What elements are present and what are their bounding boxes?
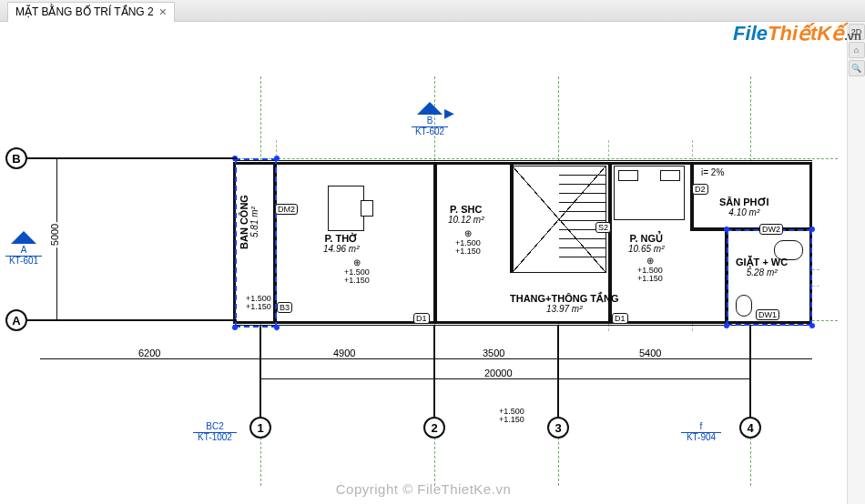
sel-handle[interactable]: [724, 323, 729, 328]
stair: [559, 166, 606, 273]
bed: [614, 166, 685, 220]
sel-handle[interactable]: [809, 323, 815, 328]
level-ext: +1.500 +1.150: [499, 408, 524, 425]
floor-plan: BAN CÔNG 5.81 m² P. THỜ 14.96 m² P. SHC …: [0, 22, 847, 504]
sel-handle[interactable]: [724, 227, 729, 232]
altar-cabinet: [328, 186, 364, 231]
logo-suffix: .vn: [844, 29, 861, 43]
zoom-button[interactable]: 🔍: [849, 60, 865, 76]
label-shc: P. SHC 10.12 m²: [448, 204, 483, 225]
label-ngu: P. NGỦ 10.65 m²: [628, 233, 664, 254]
watermark: Copyright © FileThietKe.vn: [336, 481, 511, 497]
label-bancong: BAN CÔNG 5.81 m²: [239, 195, 260, 249]
tag-dm2: DM2: [275, 204, 298, 215]
tag-b3: B3: [277, 302, 292, 313]
callout-f: f KT-904: [681, 422, 717, 459]
label-tho: P. THỜ 14.96 m²: [323, 233, 359, 254]
logo-part1: File: [733, 22, 768, 45]
grid-bubble-3: 3: [547, 417, 569, 438]
level-ngu: ⊕ +1.500 +1.150: [637, 257, 663, 283]
label-wc: GIẶT + WC 5.28 m²: [736, 257, 788, 277]
label-sanphoi: SÂN PHƠI 4.10 m²: [719, 197, 769, 217]
grid-bubble-A: A: [5, 309, 27, 331]
dim-5400: 5400: [637, 348, 663, 358]
drawing-tab[interactable]: MẶT BẰNG BỐ TRÍ TẦNG 2 ×: [7, 2, 175, 22]
wall-tho-shc: [433, 164, 437, 322]
dim-20000: 20000: [483, 368, 514, 378]
grid-stem-4: [749, 326, 751, 417]
wall-top: [233, 158, 812, 164]
grid-line-B: [27, 157, 237, 159]
drawing-canvas[interactable]: BAN CÔNG 5.81 m² P. THỜ 14.96 m² P. SHC …: [0, 22, 847, 504]
level-tho: ⊕ +1.500 +1.150: [344, 258, 370, 285]
level-shc: ⊕ +1.500 +1.150: [455, 229, 481, 256]
logo-part2: ThiếtKế: [768, 22, 844, 45]
toilet: [736, 295, 752, 317]
sel-handle[interactable]: [274, 156, 280, 161]
wall-ngu-san1: [690, 164, 694, 227]
label-thang: THANG+THÔNG TẦNG 13.97 m²: [510, 293, 619, 314]
tag-d1b: D1: [612, 313, 628, 324]
tag-dw1: DW1: [756, 309, 779, 320]
dim-3500: 3500: [481, 348, 506, 358]
callout-BC2: BC2 KT-1002: [193, 422, 229, 459]
right-toolbar: 2D ⌂ 🔍: [847, 22, 865, 504]
dim-total-line: [260, 378, 750, 379]
app-header: MẶT BẰNG BỐ TRÍ TẦNG 2 ×: [0, 0, 865, 22]
sel-handle[interactable]: [232, 325, 238, 330]
tag-s2: S2: [595, 222, 611, 233]
sel-handle[interactable]: [809, 227, 815, 232]
grid-bubble-1: 1: [249, 417, 271, 438]
section-A: A KT-601: [5, 231, 42, 267]
dim-4900: 4900: [331, 348, 357, 358]
tag-d1a: D1: [413, 313, 430, 324]
tab-title: MẶT BẰNG BỐ TRÍ TẦNG 2: [15, 5, 154, 18]
sel-handle[interactable]: [274, 325, 280, 330]
grid-stem-3: [557, 326, 559, 417]
grid-bubble-4: 4: [739, 417, 761, 438]
close-icon[interactable]: ×: [159, 5, 167, 19]
dim-6200: 6200: [137, 348, 162, 358]
tag-d2: D2: [692, 184, 708, 195]
site-logo: File ThiếtKế .vn: [733, 22, 861, 45]
grid-bubble-B: B: [5, 147, 27, 169]
tag-dw2: DW2: [759, 224, 783, 235]
dim-chain-1: [40, 358, 812, 359]
grid-stem-1: [260, 326, 261, 417]
level-bc: +1.500 +1.150: [246, 295, 271, 312]
grid-stem-2: [433, 326, 435, 417]
section-B: ▶ B KT-602: [412, 102, 448, 138]
stool: [361, 200, 373, 217]
grid-line-A: [27, 319, 237, 321]
grid-bubble-2: 2: [423, 417, 445, 438]
slope-label: i= 2%: [701, 167, 724, 177]
dim-5000: 5000: [49, 222, 60, 247]
